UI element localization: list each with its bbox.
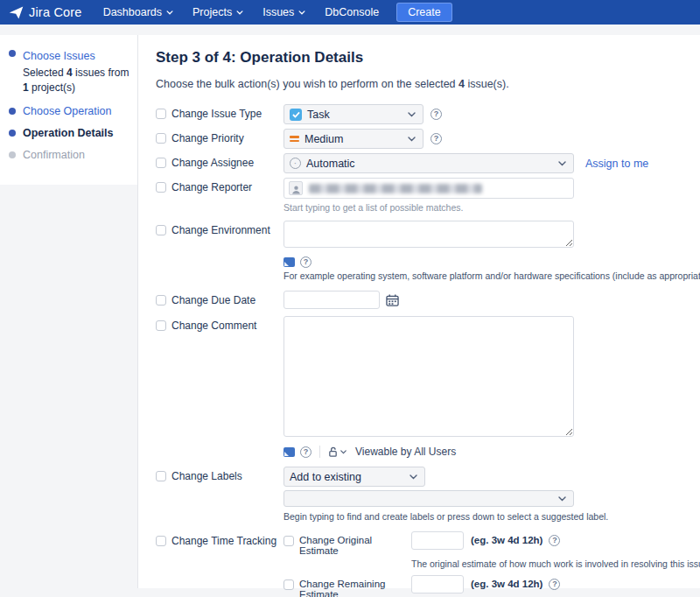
step-confirmation: Confirmation	[9, 149, 130, 161]
change-environment-checkbox[interactable]	[156, 225, 166, 235]
change-priority-checkbox[interactable]	[156, 133, 166, 144]
remaining-estimate-example: (eg. 3w 4d 12h)	[471, 575, 542, 589]
labels-help-text: Begin typing to find and create labels o…	[284, 511, 700, 522]
original-estimate-help: The original estimate of how much work i…	[411, 558, 700, 569]
app-logo[interactable]: Jira Core	[9, 5, 82, 20]
chevron-down-icon	[408, 137, 416, 142]
priority-select[interactable]: Medium	[284, 129, 424, 149]
help-icon[interactable]: ?	[300, 446, 312, 458]
issue-type-select[interactable]: Task	[284, 104, 424, 124]
nav-item-projects[interactable]: Projects	[192, 6, 243, 18]
change-reporter-label[interactable]: Change Reporter	[156, 178, 284, 221]
change-labels-label[interactable]: Change Labels	[156, 467, 284, 531]
reporter-value-redacted	[309, 184, 482, 193]
priority-medium-icon	[290, 136, 299, 142]
step-bullet-icon	[9, 130, 16, 137]
row-change-due-date: Change Due Date	[156, 291, 700, 309]
original-estimate-input[interactable]	[411, 531, 464, 550]
step-link-choose-issues[interactable]: Choose Issues	[23, 50, 95, 62]
chevron-down-icon	[236, 11, 243, 15]
remaining-estimate-input[interactable]	[411, 575, 464, 593]
create-button[interactable]: Create	[396, 3, 452, 22]
wiki-markup-icon[interactable]	[284, 257, 295, 267]
chevron-down-icon	[298, 11, 305, 15]
change-issue-type-label[interactable]: Change Issue Type	[156, 104, 284, 124]
change-assignee-label[interactable]: Change Assignee	[156, 153, 284, 173]
operation-details-panel: Step 3 of 4: Operation Details Choose th…	[137, 35, 700, 588]
user-avatar-icon	[289, 181, 303, 195]
nav-item-issues[interactable]: Issues	[262, 6, 305, 18]
row-change-labels: Change Labels Add to existing Begin typi…	[156, 467, 700, 531]
chevron-down-icon	[558, 496, 566, 502]
change-comment-checkbox[interactable]	[156, 320, 166, 331]
lock-icon	[328, 446, 338, 458]
change-due-date-label[interactable]: Change Due Date	[156, 291, 284, 309]
assign-to-me-link[interactable]: Assign to me	[585, 158, 648, 170]
change-remaining-estimate-label[interactable]: Change Remaining Estimate	[284, 575, 411, 597]
step-bullet-icon	[9, 151, 16, 158]
wiki-markup-icon[interactable]	[284, 447, 295, 457]
chevron-down-icon	[410, 474, 417, 480]
row-change-time-tracking: Change Time Tracking Change Original Est…	[156, 531, 700, 597]
original-estimate-example: (eg. 3w 4d 12h)	[471, 531, 542, 545]
help-icon[interactable]: ?	[300, 256, 312, 268]
comment-visibility-value: Viewable by All Users	[355, 446, 456, 458]
help-icon[interactable]: ?	[430, 133, 442, 144]
row-change-environment: Change Environment ? For example operati…	[156, 221, 700, 291]
step-choose-operation: Choose Operation	[9, 105, 130, 117]
change-time-tracking-label[interactable]: Change Time Tracking	[156, 531, 284, 597]
assignee-select[interactable]: · Automatic	[284, 153, 574, 173]
comment-visibility-button[interactable]	[328, 446, 346, 458]
chevron-down-icon	[166, 11, 173, 15]
step-bullet-icon	[9, 108, 16, 115]
environment-textarea[interactable]	[284, 221, 574, 248]
jira-logo-icon	[9, 5, 24, 20]
brand-name: Jira Core	[29, 5, 82, 19]
row-change-priority: Change Priority Medium ?	[156, 129, 700, 149]
reporter-help-text: Start typing to get a list of possible m…	[284, 202, 700, 213]
row-change-reporter: Change Reporter Start typing to get a li…	[156, 178, 700, 221]
top-nav: Jira Core Dashboards Projects Issues DbC…	[0, 0, 700, 25]
help-icon[interactable]: ?	[549, 535, 560, 546]
nav-item-dashboards[interactable]: Dashboards	[103, 6, 173, 18]
change-assignee-checkbox[interactable]	[156, 158, 166, 168]
change-remaining-estimate-checkbox[interactable]	[284, 579, 294, 590]
change-due-date-checkbox[interactable]	[156, 295, 166, 306]
row-change-comment: Change Comment ?	[156, 316, 700, 458]
nav-item-dbconsole[interactable]: DbConsole	[325, 6, 379, 18]
step-link-choose-operation[interactable]: Choose Operation	[23, 105, 111, 117]
reporter-input[interactable]	[284, 178, 574, 199]
change-issue-type-checkbox[interactable]	[156, 109, 166, 119]
wizard-steps-sidebar: Choose Issues Selected 4 issues from 1 p…	[0, 35, 137, 588]
nav-menu: Dashboards Projects Issues DbConsole	[103, 6, 380, 18]
due-date-input[interactable]	[284, 291, 380, 309]
change-labels-checkbox[interactable]	[156, 471, 166, 481]
step-operation-details: Operation Details	[9, 127, 130, 139]
divider	[319, 446, 320, 458]
row-change-assignee: Change Assignee · Automatic Assign to me	[156, 153, 700, 173]
help-icon[interactable]: ?	[549, 579, 560, 590]
change-comment-label[interactable]: Change Comment	[156, 316, 284, 458]
labels-picker-select[interactable]	[284, 490, 574, 507]
step-summary: Selected 4 issues from 1 project(s)	[23, 66, 133, 95]
change-original-estimate-label[interactable]: Change Original Estimate	[284, 531, 411, 556]
row-change-remaining-estimate: Change Remaining Estimate (eg. 3w 4d 12h…	[284, 575, 700, 597]
help-icon[interactable]: ?	[430, 109, 442, 120]
step-bullet-icon	[9, 50, 16, 57]
change-original-estimate-checkbox[interactable]	[284, 536, 294, 546]
environment-description: For example operating system, software p…	[284, 270, 700, 281]
row-change-original-estimate: Change Original Estimate (eg. 3w 4d 12h)…	[284, 531, 700, 556]
change-priority-label[interactable]: Change Priority	[156, 129, 284, 149]
change-reporter-checkbox[interactable]	[156, 182, 166, 193]
step-choose-issues: Choose Issues Selected 4 issues from 1 p…	[9, 47, 130, 95]
chevron-down-icon	[340, 450, 346, 454]
change-environment-label[interactable]: Change Environment	[156, 221, 284, 291]
change-time-tracking-checkbox[interactable]	[156, 536, 166, 546]
labels-mode-select[interactable]: Add to existing	[284, 467, 425, 487]
calendar-icon[interactable]	[386, 294, 399, 306]
intro-text: Choose the bulk action(s) you wish to pe…	[156, 78, 700, 90]
task-icon	[290, 109, 302, 121]
chevron-down-icon	[558, 161, 566, 166]
comment-textarea[interactable]	[284, 316, 574, 437]
page-body: Choose Issues Selected 4 issues from 1 p…	[0, 25, 700, 588]
